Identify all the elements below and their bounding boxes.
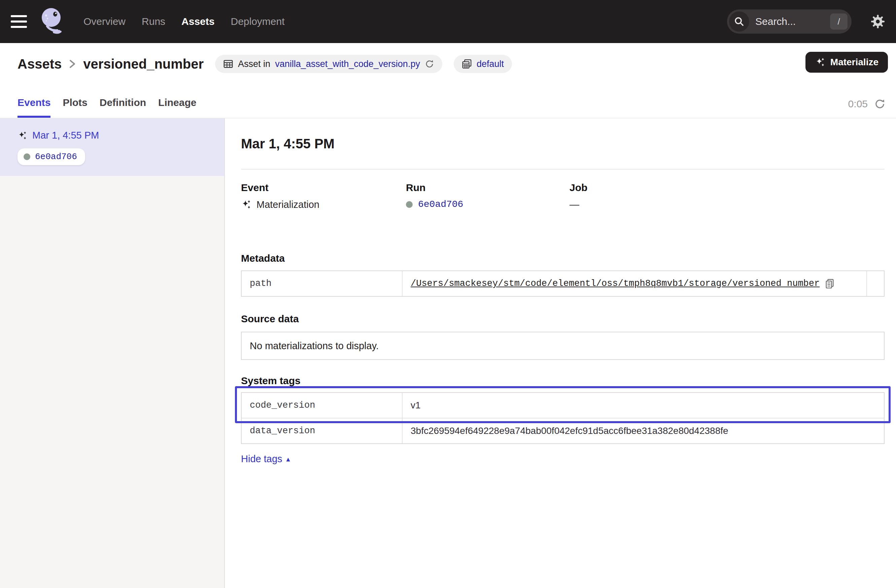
page-header: Assets versioned_number Asset in vanilla…: [0, 43, 896, 119]
divider: [241, 169, 885, 170]
sparkle-icon: [815, 57, 825, 67]
metadata-heading: Metadata: [241, 252, 885, 264]
event-timestamp-label: Mar 1, 4:55 PM: [32, 130, 99, 141]
materialize-label: Materialize: [830, 57, 879, 68]
tab-events[interactable]: Events: [17, 97, 50, 118]
materialization-sparkle-icon: [241, 199, 251, 210]
source-data-heading: Source data: [241, 313, 885, 325]
asset-in-prefix: Asset in: [238, 59, 270, 69]
content: Mar 1, 4:55 PM 6e0ad706 Mar 1, 4:55 PM E…: [0, 119, 896, 588]
table-row: code_version v1: [242, 393, 884, 418]
table-row: data_version 3bfc269594ef649228e9a74bab0…: [242, 418, 884, 444]
run-status-dot: [406, 201, 413, 208]
metadata-actions-cell: [866, 271, 884, 296]
code-location-badge[interactable]: default: [454, 55, 512, 73]
refresh-icon[interactable]: [875, 99, 885, 109]
asset-events-page: Overview Runs Assets Deployment Search..…: [0, 0, 896, 588]
search-shortcut-key: /: [830, 14, 847, 30]
tag-value: v1: [402, 393, 884, 418]
copy-icon[interactable]: [825, 278, 834, 289]
materialize-button[interactable]: Materialize: [805, 52, 888, 73]
breadcrumb: Assets versioned_number Asset in vanilla…: [0, 43, 896, 75]
reload-definition-icon[interactable]: [425, 59, 434, 68]
job-empty-value: —: [570, 199, 579, 211]
nav-item-runs[interactable]: Runs: [139, 12, 168, 31]
search-icon: [729, 11, 749, 32]
event-timestamp-link[interactable]: Mar 1, 4:55 PM: [17, 130, 213, 141]
menu-icon[interactable]: [11, 15, 27, 28]
workspace-icon: [462, 59, 472, 69]
chevron-right-icon: [68, 59, 76, 68]
tab-plots[interactable]: Plots: [62, 97, 87, 118]
asset-definition-badge[interactable]: Asset in vanilla_asset_with_code_version…: [215, 55, 442, 73]
event-list-sidebar: Mar 1, 4:55 PM 6e0ad706: [0, 119, 225, 588]
tag-key: code_version: [242, 393, 402, 418]
table-grid-icon: [223, 59, 233, 69]
event-detail-title: Mar 1, 4:55 PM: [241, 137, 885, 151]
run-chip-id: 6e0ad706: [35, 152, 77, 162]
metadata-table: path /Users/smackesey/stm/code/elementl/…: [241, 270, 885, 297]
refresh-countdown: 0:05: [848, 98, 868, 109]
hide-tags-link[interactable]: Hide tags ▴: [241, 453, 290, 465]
metadata-key: path: [242, 271, 402, 296]
primary-nav: Overview Runs Assets Deployment: [81, 12, 288, 31]
path-value-link[interactable]: /Users/smackesey/stm/code/elementl/oss/t…: [411, 278, 820, 290]
nav-item-overview[interactable]: Overview: [81, 12, 128, 31]
event-summary-columns: Event Materialization Run: [241, 182, 885, 211]
event-label: Event: [241, 182, 406, 194]
job-column: Job —: [570, 182, 885, 211]
tag-value: 3bfc269594ef649228e9a74bab00f042efc91d5a…: [402, 418, 884, 444]
system-tags-heading: System tags: [241, 375, 885, 387]
search-placeholder: Search...: [755, 16, 830, 27]
hide-tags-label: Hide tags: [241, 453, 282, 465]
refresh-zone: 0:05: [848, 98, 885, 118]
dagster-logo-icon[interactable]: [39, 7, 65, 36]
event-detail-panel: Mar 1, 4:55 PM Event Materialization: [225, 119, 896, 588]
run-id-link[interactable]: 6e0ad706: [418, 199, 463, 211]
run-chip[interactable]: 6e0ad706: [17, 148, 85, 165]
breadcrumb-assets-link[interactable]: Assets: [17, 56, 62, 71]
top-nav: Overview Runs Assets Deployment Search..…: [0, 0, 896, 43]
event-column: Event Materialization: [241, 182, 406, 211]
page-title: versioned_number: [83, 56, 204, 71]
source-data-empty-message: No materializations to display.: [241, 332, 885, 360]
settings-gear-icon[interactable]: [870, 14, 885, 29]
asset-file-link[interactable]: vanilla_asset_with_code_version.py: [275, 59, 420, 69]
nav-item-assets[interactable]: Assets: [179, 12, 217, 31]
materialization-sparkle-icon: [17, 131, 27, 140]
tab-definition[interactable]: Definition: [100, 97, 146, 118]
system-tags-table-wrap: code_version v1 data_version 3bfc269594e…: [241, 392, 885, 444]
run-label: Run: [406, 182, 570, 194]
job-label: Job: [570, 182, 885, 194]
run-column: Run 6e0ad706: [406, 182, 570, 211]
event-type-value: Materialization: [256, 199, 319, 211]
code-location-label: default: [477, 59, 504, 69]
table-row: path /Users/smackesey/stm/code/elementl/…: [242, 271, 884, 296]
caret-up-icon: ▴: [286, 455, 290, 463]
nav-item-deployment[interactable]: Deployment: [228, 12, 287, 31]
run-status-dot: [24, 153, 30, 160]
tab-lineage[interactable]: Lineage: [158, 97, 196, 118]
tabs: Events Plots Definition Lineage 0:05: [17, 97, 885, 118]
system-tags-table: code_version v1 data_version 3bfc269594e…: [241, 392, 885, 444]
tag-key: data_version: [242, 418, 402, 444]
event-list-item[interactable]: Mar 1, 4:55 PM 6e0ad706: [0, 119, 224, 176]
search-input[interactable]: Search... /: [727, 9, 852, 33]
